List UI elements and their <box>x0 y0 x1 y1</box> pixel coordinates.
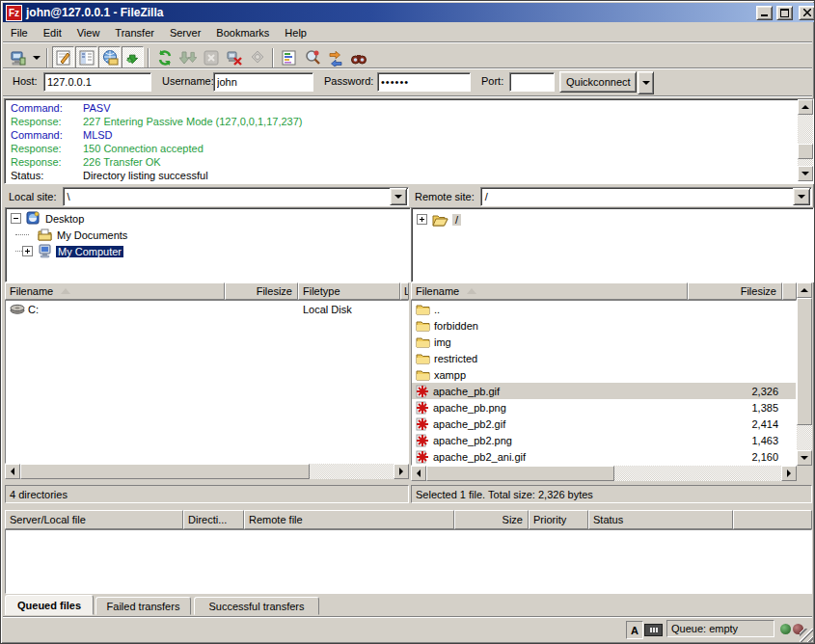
column-header-priority[interactable]: Priority <box>529 510 588 529</box>
file-row-restricted[interactable]: restricted <box>412 350 796 366</box>
menu-transfer[interactable]: Transfer <box>107 25 162 40</box>
column-header-filename[interactable]: Filename <box>5 282 225 300</box>
site-manager-dropdown-button[interactable] <box>30 46 42 68</box>
expand-icon[interactable] <box>22 246 33 256</box>
column-header-filesize[interactable]: Filesize <box>688 282 782 300</box>
tree-item-root[interactable]: / <box>412 211 813 228</box>
quickconnect-bar: Host: Username: Password: Port: Quickcon… <box>3 68 812 95</box>
local-site-dropdown-button[interactable] <box>390 188 407 205</box>
host-label: Host: <box>13 75 38 87</box>
scroll-up-button[interactable] <box>798 99 813 115</box>
file-row-xampp[interactable]: xampp <box>412 366 796 383</box>
maximize-button[interactable] <box>776 6 793 20</box>
menu-edit[interactable]: Edit <box>36 25 69 40</box>
toggle-remote-tree-icon <box>101 49 119 67</box>
reconnect-button[interactable] <box>246 46 268 68</box>
menu-file[interactable]: File <box>3 25 36 40</box>
toggle-local-tree-button[interactable] <box>75 46 97 68</box>
remote-site-dropdown-button[interactable] <box>793 188 810 205</box>
toggle-local-tree-icon <box>78 49 95 67</box>
file-row-apache-pb-png[interactable]: apache_pb.png1,385 <box>412 399 796 416</box>
file-row-apache-pb2-png[interactable]: apache_pb2.png1,463 <box>412 432 796 448</box>
minimize-icon <box>761 14 768 16</box>
cancel-operation-button[interactable] <box>200 46 222 68</box>
app-logo-icon[interactable]: Fz <box>6 5 22 21</box>
scroll-track[interactable] <box>614 466 781 481</box>
image-file-icon <box>416 417 429 431</box>
host-input[interactable] <box>43 72 151 92</box>
tab-failed-transfers[interactable]: Failed transfers <box>95 597 191 615</box>
column-header-remote-file[interactable]: Remote file <box>244 510 454 529</box>
remote-h-scrollbar[interactable] <box>411 466 797 481</box>
disconnect-button[interactable] <box>223 46 245 68</box>
synchronized-browsing-button[interactable] <box>324 46 346 68</box>
scroll-down-button[interactable] <box>798 166 813 181</box>
column-header-filetype[interactable]: Filetype <box>298 282 400 300</box>
remote-v-scrollbar[interactable] <box>797 282 812 466</box>
scroll-left-button[interactable] <box>411 466 426 481</box>
password-input[interactable] <box>377 72 471 92</box>
scroll-thumb[interactable] <box>797 298 812 425</box>
menu-server[interactable]: Server <box>162 25 208 40</box>
tree-item-my-documents[interactable]: My Documents <box>6 227 410 243</box>
collapse-icon[interactable] <box>11 213 21 224</box>
site-manager-button[interactable] <box>7 46 29 68</box>
column-header-status[interactable]: Status <box>588 510 733 529</box>
scroll-right-button[interactable] <box>394 464 409 479</box>
scroll-down-button[interactable] <box>797 450 812 466</box>
menu-view[interactable]: View <box>69 25 108 40</box>
toggle-transfer-queue-button[interactable] <box>122 46 144 68</box>
scroll-thumb[interactable] <box>426 466 614 481</box>
column-header-direction[interactable]: Directi... <box>183 510 244 529</box>
tree-item-my-computer[interactable]: My Computer <box>6 243 410 259</box>
resize-grip[interactable] <box>800 629 813 642</box>
close-button[interactable] <box>799 6 815 20</box>
tree-item-desktop[interactable]: Desktop <box>6 210 410 227</box>
file-row-parent[interactable]: .. <box>412 301 796 317</box>
column-label: Priority <box>533 514 566 525</box>
tab-queued-files[interactable]: Queued files <box>5 595 94 615</box>
scroll-track[interactable] <box>310 464 394 479</box>
username-input[interactable] <box>213 72 313 92</box>
scroll-up-button[interactable] <box>797 282 812 298</box>
dropdown-arrow-icon <box>394 195 402 199</box>
file-row-apache-pb-gif-selected[interactable]: apache_pb.gif2,326 <box>412 383 796 399</box>
column-header-size[interactable]: Size <box>454 510 529 529</box>
file-row-apache-pb2-gif[interactable]: apache_pb2.gif2,414 <box>412 416 796 432</box>
local-site-combo[interactable]: \ <box>63 187 409 206</box>
column-header-filename[interactable]: Filename <box>411 282 688 300</box>
folder-icon <box>416 336 430 348</box>
log-text: 226 Transfer OK <box>83 155 161 169</box>
column-header-lastmodified[interactable]: L <box>400 282 409 300</box>
process-queue-button[interactable] <box>177 46 199 68</box>
scroll-thumb[interactable] <box>20 464 310 479</box>
file-row-forbidden[interactable]: forbidden <box>412 317 796 334</box>
toggle-remote-tree-button[interactable] <box>98 46 121 68</box>
refresh-button[interactable] <box>153 46 176 68</box>
folder-icon <box>416 369 430 381</box>
menu-help[interactable]: Help <box>277 25 314 40</box>
scroll-thumb[interactable] <box>798 144 813 159</box>
directory-listing-filters-button[interactable] <box>278 46 300 68</box>
tab-successful-transfers[interactable]: Successful transfers <box>194 597 319 615</box>
local-h-scrollbar[interactable] <box>5 464 409 479</box>
find-files-button[interactable] <box>347 46 369 68</box>
scroll-left-button[interactable] <box>5 464 20 479</box>
quickconnect-button[interactable]: Quickconnect <box>559 71 637 93</box>
my-computer-icon <box>38 244 52 258</box>
minimize-button[interactable] <box>756 6 773 20</box>
log-scrollbar[interactable] <box>798 99 813 181</box>
column-header-filesize[interactable]: Filesize <box>225 282 298 300</box>
file-row-c-drive[interactable]: C: Local Disk <box>6 301 408 317</box>
file-row-apache-pb2-ani-gif[interactable]: apache_pb2_ani.gif2,160 <box>412 448 796 465</box>
toggle-message-log-button[interactable] <box>52 46 74 68</box>
expand-icon[interactable] <box>417 214 427 225</box>
compare-directories-button[interactable] <box>301 46 323 68</box>
menu-bookmarks[interactable]: Bookmarks <box>208 25 277 40</box>
column-header-server-local-file[interactable]: Server/Local file <box>5 510 183 529</box>
port-input[interactable] <box>509 72 555 92</box>
quickconnect-dropdown-button[interactable] <box>638 71 654 94</box>
file-row-img[interactable]: img <box>412 334 796 350</box>
scroll-right-button[interactable] <box>781 466 797 481</box>
remote-site-combo[interactable]: / <box>480 187 812 206</box>
